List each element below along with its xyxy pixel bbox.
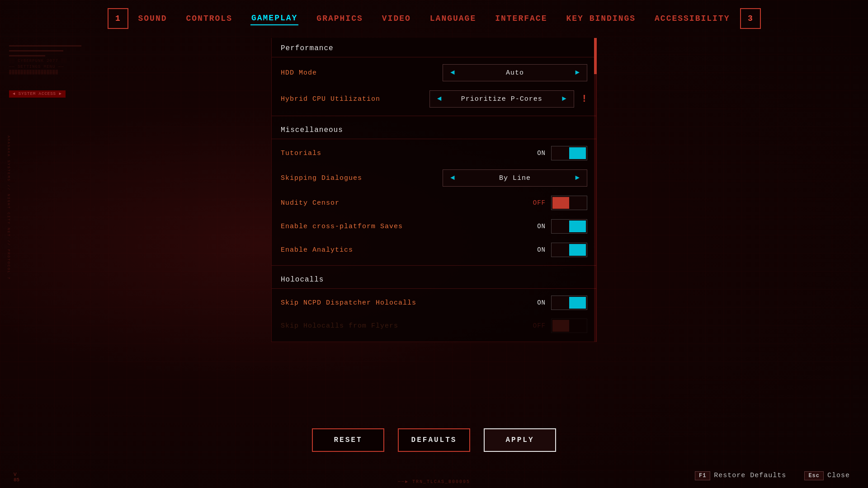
restore-defaults-label: Restore Defaults [714,472,786,479]
sidebar-logo-text: ░░ CYBERPUNK 2077 ░░ ── SETTINGS MENU ──… [9,58,90,75]
skip-ncpd-label: Skip NCPD Dispatcher Holocalls [281,299,416,307]
tutorials-row: Tutorials ON [272,141,596,165]
skipping-dialogues-row: Skipping Dialogues By Line [272,165,596,191]
enable-analytics-toggle-label: ON [530,246,546,253]
tutorials-toggle-wrapper: ON [530,146,587,160]
sidebar-tag: ◄ SYSTEM ACCESS ► [9,90,66,98]
tutorials-toggle-label: ON [530,150,546,157]
hdd-mode-value: Auto [462,69,568,77]
skip-ncpd-toggle-wrapper: ON [530,296,587,310]
skipping-dialogues-value: By Line [462,174,568,182]
divider-2 [272,265,596,266]
settings-panel: Performance HDD Mode Auto Hybrid CPU Uti… [271,38,597,342]
misc-title: Miscellaneous [281,126,343,134]
scroll-bar[interactable] [594,38,597,342]
bottom-center-code: ──► TRN_TLCAS_B00095 [398,479,470,484]
nav-item-sound[interactable]: SOUND [137,12,168,25]
nudity-censor-toggle-fill [552,197,569,209]
hybrid-cpu-selector[interactable]: Prioritize P-Cores [429,90,574,108]
enable-analytics-row: Enable Analytics ON [272,238,596,262]
enable-analytics-toggle[interactable] [551,243,587,257]
nav-item-controls[interactable]: CONTROLS [185,12,233,25]
hybrid-cpu-control: Prioritize P-Cores ! [429,90,587,108]
cross-platform-saves-label: Enable cross-platform Saves [281,223,403,230]
tutorials-toggle-fill [569,147,586,159]
scroll-thumb [594,38,597,74]
performance-title: Performance [281,44,334,52]
hybrid-cpu-next[interactable] [555,91,574,107]
nudity-censor-toggle-wrapper: OFF [530,196,587,210]
nudity-censor-toggle[interactable] [551,196,587,210]
hdd-mode-selector[interactable]: Auto [443,64,587,81]
skip-flyers-row: Skip Holocalls from Flyers OFF [272,314,596,337]
nav-item-accessibility[interactable]: ACCESSIBILITY [654,12,731,25]
warning-icon: ! [581,94,587,105]
top-nav: 1 SOUND CONTROLS GAMEPLAY GRAPHICS VIDEO… [0,0,868,33]
enable-analytics-label: Enable Analytics [281,246,353,254]
hybrid-cpu-value: Prioritize P-Cores [449,95,555,103]
hdd-mode-next[interactable] [568,65,587,81]
close-key-badge: Esc [804,471,824,480]
skip-flyers-toggle-fill [552,320,569,332]
nav-item-video[interactable]: VIDEO [381,12,412,25]
nav-item-key-bindings[interactable]: KEY BINDINGS [565,12,637,25]
sidebar-left: ░░ CYBERPUNK 2077 ░░ ── SETTINGS MENU ──… [0,36,145,352]
cross-platform-saves-toggle-fill [569,221,586,232]
nav-bracket-left: 1 [108,8,128,29]
skipping-dialogues-control: By Line [443,169,587,187]
nav-item-gameplay[interactable]: GAMEPLAY [250,12,298,25]
hdd-mode-label: HDD Mode [281,69,317,77]
restore-defaults-btn[interactable]: F1 Restore Defaults [695,471,786,480]
nav-items: SOUND CONTROLS GAMEPLAY GRAPHICS VIDEO L… [137,12,731,25]
skipping-dialogues-next[interactable] [568,170,587,186]
hdd-mode-row: HDD Mode Auto [272,60,596,86]
nav-item-interface[interactable]: INTERFACE [494,12,548,25]
defaults-button[interactable]: DEFAULTS [398,428,470,452]
close-label: Close [827,472,850,479]
skip-ncpd-row: Skip NCPD Dispatcher Holocalls ON [272,291,596,314]
restore-key-badge: F1 [695,471,710,480]
nav-bracket-right: 3 [740,8,761,29]
cross-platform-saves-row: Enable cross-platform Saves ON [272,215,596,238]
nudity-censor-row: Nudity Censor OFF [272,191,596,215]
hybrid-cpu-prev[interactable] [430,91,449,107]
tutorials-toggle[interactable] [551,146,587,160]
hybrid-cpu-row: Hybrid CPU Utilization Prioritize P-Core… [272,86,596,112]
holocalls-section-header: Holocalls [272,269,596,289]
nudity-censor-label: Nudity Censor [281,199,340,207]
skip-flyers-toggle[interactable] [551,319,587,333]
skip-ncpd-toggle-label: ON [530,299,546,306]
enable-analytics-toggle-fill [569,244,586,256]
bottom-bar: RESET DEFAULTS APPLY [0,417,868,461]
version-text: V85 [14,472,19,483]
cross-platform-saves-toggle[interactable] [551,219,587,234]
holocalls-title: Holocalls [281,276,324,284]
cross-platform-saves-toggle-wrapper: ON [530,219,587,234]
cross-platform-saves-toggle-label: ON [530,223,546,230]
skip-flyers-toggle-label: OFF [530,322,546,329]
divider-1 [272,116,596,116]
nav-item-graphics[interactable]: GRAPHICS [316,12,363,25]
performance-section-header: Performance [272,38,596,57]
skipping-dialogues-selector[interactable]: By Line [443,169,587,187]
tutorials-label: Tutorials [281,150,321,157]
hdd-mode-prev[interactable] [443,65,462,81]
sidebar-logo: ░░ CYBERPUNK 2077 ░░ ── SETTINGS MENU ──… [9,45,90,81]
nudity-censor-toggle-label: OFF [530,199,546,206]
skipping-dialogues-prev[interactable] [443,170,462,186]
skip-ncpd-toggle[interactable] [551,296,587,310]
close-btn[interactable]: Esc Close [804,471,850,480]
enable-analytics-toggle-wrapper: ON [530,243,587,257]
misc-section-header: Miscellaneous [272,120,596,139]
skip-flyers-toggle-wrapper: OFF [530,319,587,333]
reset-button[interactable]: RESET [312,428,384,452]
skipping-dialogues-label: Skipping Dialogues [281,174,362,182]
main-container: 1 SOUND CONTROLS GAMEPLAY GRAPHICS VIDEO… [0,0,868,488]
nav-item-language[interactable]: LANGUAGE [429,12,477,25]
left-vertical-decoration: ARASAKA SYSTEMS // NIGHT CITY NET // PRO… [7,136,11,280]
skip-flyers-label: Skip Holocalls from Flyers [281,322,398,330]
hdd-mode-control: Auto [443,64,587,81]
skip-ncpd-toggle-fill [569,297,586,309]
apply-button[interactable]: APPLY [484,428,556,452]
hybrid-cpu-label: Hybrid CPU Utilization [281,95,380,103]
